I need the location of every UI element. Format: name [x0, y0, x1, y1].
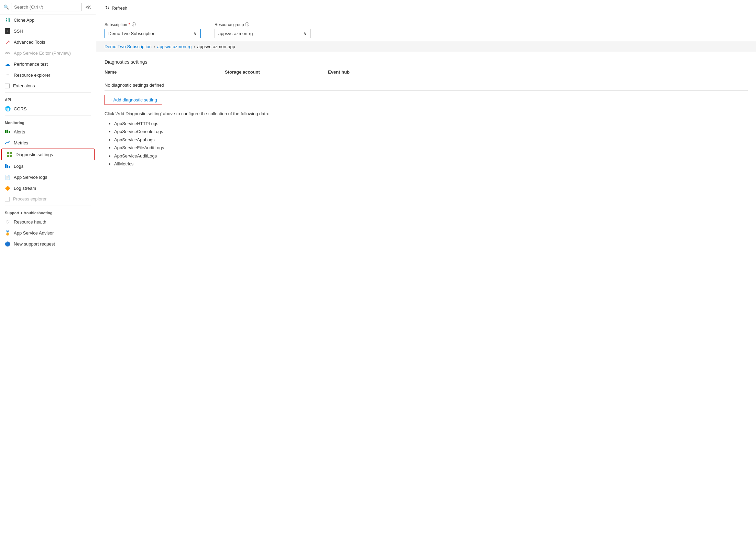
subscription-required-star: *: [129, 22, 130, 27]
sidebar-label-logs: Logs: [14, 164, 23, 169]
clone-app-icon: ⛓: [5, 17, 10, 23]
sidebar-label-process-explorer: Process explorer: [13, 196, 47, 202]
sidebar-item-resource-health[interactable]: ♡ Resource health: [0, 216, 96, 227]
app-service-editor-icon: </>: [5, 50, 10, 56]
logs-icon: [5, 163, 10, 169]
alerts-icon: [5, 129, 10, 134]
search-input[interactable]: [11, 3, 82, 11]
breadcrumb-resource-group[interactable]: appsvc-azmon-rg: [157, 44, 191, 49]
resource-health-icon: ♡: [5, 219, 10, 225]
svg-rect-2: [9, 131, 10, 133]
subscription-resource-group-row: Subscription * ⓘ Demo Two Subscription ∨…: [96, 16, 756, 41]
sidebar-item-ssh[interactable]: ▪ SSH: [0, 25, 96, 36]
ssh-icon: ▪: [5, 28, 10, 34]
sidebar-item-alerts[interactable]: Alerts: [0, 126, 96, 137]
add-diagnostic-setting-button[interactable]: + Add diagnostic setting: [105, 95, 162, 105]
refresh-button[interactable]: ↻ Refresh: [103, 3, 130, 12]
sidebar-label-metrics: Metrics: [14, 140, 28, 145]
sidebar-label-resource-health: Resource health: [14, 219, 46, 225]
svg-rect-0: [5, 130, 7, 133]
resource-explorer-icon: ≡: [5, 72, 10, 78]
app-service-logs-icon: 📄: [5, 174, 10, 180]
breadcrumb: Demo Two Subscription › appsvc-azmon-rg …: [96, 41, 756, 52]
sidebar-item-new-support-request[interactable]: 🔵 New support request: [0, 238, 96, 249]
sidebar-item-diagnostic-settings[interactable]: Diagnostic settings: [1, 149, 95, 160]
diagnostics-data-types-list: AppServiceHTTPLogs AppServiceConsoleLogs…: [105, 120, 748, 168]
monitoring-divider: [5, 116, 91, 116]
svg-rect-9: [9, 166, 10, 168]
refresh-label: Refresh: [112, 6, 128, 11]
breadcrumb-sep-2: ›: [194, 44, 195, 49]
sidebar-item-extensions[interactable]: Extensions: [0, 80, 96, 91]
sidebar-label-extensions: Extensions: [13, 83, 35, 88]
svg-rect-8: [7, 165, 8, 168]
sidebar-item-logs[interactable]: Logs: [0, 161, 96, 172]
sidebar-item-cors[interactable]: 🌐 CORS: [0, 103, 96, 114]
subscription-value: Demo Two Subscription: [108, 31, 155, 36]
sidebar-item-resource-explorer[interactable]: ≡ Resource explorer: [0, 69, 96, 80]
performance-test-icon: ☁: [5, 61, 10, 67]
sidebar-search-bar: 🔍 ≪: [0, 0, 96, 14]
subscription-select[interactable]: Demo Two Subscription ∨: [105, 29, 201, 38]
diagnostics-title: Diagnostics settings: [105, 59, 748, 65]
list-item: AppServiceAppLogs: [114, 136, 748, 144]
resource-group-info-icon: ⓘ: [245, 22, 249, 28]
sidebar-item-process-explorer: Process explorer: [0, 194, 96, 204]
svg-rect-5: [7, 155, 9, 157]
section-label-api: API: [0, 94, 96, 103]
cors-icon: 🌐: [5, 106, 10, 111]
resource-group-label: Resource group ⓘ: [215, 22, 311, 28]
sidebar-item-app-service-logs[interactable]: 📄 App Service logs: [0, 172, 96, 183]
list-item: AppServiceFileAuditLogs: [114, 144, 748, 152]
diagnostic-settings-icon: [7, 152, 12, 157]
sidebar-label-resource-explorer: Resource explorer: [14, 73, 50, 78]
breadcrumb-resource: appsvc-azmon-app: [197, 44, 235, 49]
app-service-advisor-icon: 🏅: [5, 230, 10, 236]
sidebar-label-log-stream: Log stream: [14, 186, 36, 191]
list-item: AppServiceHTTPLogs: [114, 120, 748, 128]
sidebar: 🔍 ≪ ⛓ Clone App ▪ SSH ↗ Advanced Tools <…: [0, 0, 96, 544]
list-item: AppServiceAuditLogs: [114, 152, 748, 160]
sidebar-collapse-button[interactable]: ≪: [84, 3, 92, 11]
svg-rect-4: [10, 152, 12, 154]
sidebar-item-clone-app[interactable]: ⛓ Clone App: [0, 14, 96, 25]
svg-rect-7: [5, 164, 7, 168]
resource-group-form-group: Resource group ⓘ appsvc-azmon-rg ∨: [215, 22, 311, 38]
support-divider: [5, 206, 91, 206]
subscription-info-icon: ⓘ: [132, 22, 136, 28]
list-item: AppServiceConsoleLogs: [114, 128, 748, 135]
subscription-label: Subscription * ⓘ: [105, 22, 201, 28]
subscription-chevron-icon: ∨: [194, 31, 197, 36]
svg-rect-1: [7, 130, 8, 133]
sidebar-label-app-service-advisor: App Service Advisor: [14, 230, 54, 236]
breadcrumb-subscription[interactable]: Demo Two Subscription: [105, 44, 152, 49]
sidebar-item-app-service-advisor[interactable]: 🏅 App Service Advisor: [0, 227, 96, 238]
resource-group-chevron-icon: ∨: [304, 31, 307, 36]
svg-rect-6: [10, 155, 12, 157]
diagnostics-info-text: Click 'Add Diagnostic setting' above to …: [105, 111, 748, 116]
sidebar-label-advanced-tools: Advanced Tools: [14, 40, 45, 45]
sidebar-label-app-service-logs: App Service logs: [14, 175, 47, 180]
section-label-monitoring: Monitoring: [0, 117, 96, 126]
log-stream-icon: 🔶: [5, 185, 10, 191]
sidebar-item-advanced-tools[interactable]: ↗ Advanced Tools: [0, 36, 96, 47]
sidebar-item-log-stream[interactable]: 🔶 Log stream: [0, 183, 96, 194]
sidebar-label-app-service-editor: App Service Editor (Preview): [14, 51, 71, 56]
advanced-tools-icon: ↗: [5, 39, 10, 45]
extensions-icon: [5, 84, 10, 88]
sidebar-item-metrics[interactable]: Metrics: [0, 137, 96, 148]
sidebar-label-cors: CORS: [14, 106, 27, 111]
sidebar-nav: ⛓ Clone App ▪ SSH ↗ Advanced Tools </> A…: [0, 14, 96, 544]
toolbar: ↻ Refresh: [96, 0, 756, 16]
new-support-request-icon: 🔵: [5, 241, 10, 247]
sidebar-label-performance-test: Performance test: [14, 62, 48, 67]
content-area: Subscription * ⓘ Demo Two Subscription ∨…: [96, 16, 756, 544]
resource-group-select[interactable]: appsvc-azmon-rg ∨: [215, 29, 311, 38]
refresh-icon: ↻: [105, 5, 110, 11]
sidebar-label-alerts: Alerts: [14, 129, 25, 134]
search-icon: 🔍: [3, 4, 9, 10]
sidebar-item-performance-test[interactable]: ☁ Performance test: [0, 58, 96, 69]
svg-rect-3: [7, 152, 9, 154]
sidebar-label-ssh: SSH: [14, 29, 23, 34]
sidebar-label-clone-app: Clone App: [14, 18, 34, 23]
